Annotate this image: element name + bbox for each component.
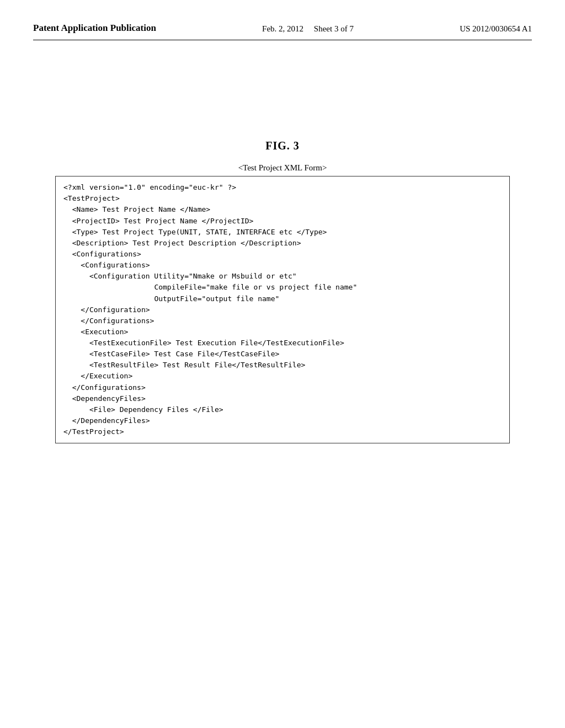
figure-title: FIG. 3 — [33, 140, 532, 152]
page: Patent Application Publication Feb. 2, 2… — [0, 0, 565, 728]
sheet-label: Sheet 3 of 7 — [314, 24, 354, 33]
xml-form-title: <Test Project XML Form> — [33, 163, 532, 173]
date-label: Feb. 2, 2012 — [262, 24, 303, 33]
patent-number-label: US 2012/0030654 A1 — [460, 22, 532, 34]
date-sheet-label: Feb. 2, 2012 Sheet 3 of 7 — [262, 22, 354, 34]
publication-label: Patent Application Publication — [33, 22, 156, 34]
page-header: Patent Application Publication Feb. 2, 2… — [33, 22, 532, 40]
xml-content-box: <?xml version="1.0" encoding="euc-kr" ?>… — [55, 176, 510, 443]
xml-content: <?xml version="1.0" encoding="euc-kr" ?>… — [63, 182, 502, 437]
